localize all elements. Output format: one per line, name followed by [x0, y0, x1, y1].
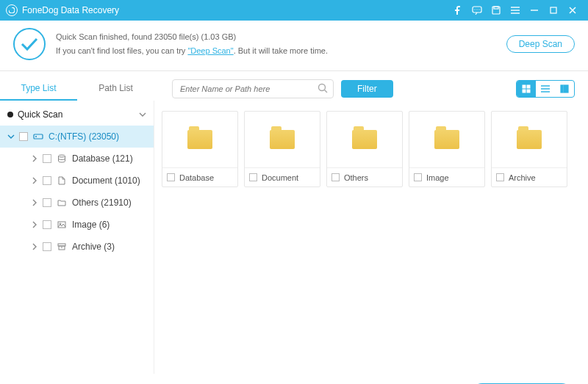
svg-point-1	[474, 9, 475, 10]
svg-rect-22	[561, 85, 563, 93]
checkbox[interactable]	[43, 154, 51, 163]
folder-card[interactable]: Database	[162, 111, 238, 187]
footer: Back Recover	[0, 374, 588, 384]
list-tabs: Type List Path List	[0, 77, 154, 101]
scan-result-line: Quick Scan finished, found 23050 file(s)…	[56, 30, 328, 44]
database-icon	[56, 154, 68, 163]
folder-label: Others	[344, 173, 368, 182]
checkbox[interactable]	[249, 173, 257, 181]
checkbox[interactable]	[19, 132, 28, 141]
chevron-right-icon[interactable]	[31, 221, 38, 228]
bullet-icon	[7, 112, 13, 117]
chevron-right-icon[interactable]	[31, 177, 38, 184]
tree-drive-label: C:(NTFS) (23050)	[49, 131, 119, 142]
tree-drive[interactable]: C:(NTFS) (23050)	[0, 126, 154, 148]
minimize-button[interactable]	[525, 0, 544, 21]
folder-label: Image	[426, 173, 449, 182]
search-icon[interactable]	[318, 83, 328, 95]
logo-icon	[6, 4, 18, 16]
deep-scan-link[interactable]: "Deep Scan"	[187, 46, 233, 55]
tree-item[interactable]: Image (6)	[0, 214, 154, 236]
chevron-right-icon[interactable]	[31, 155, 38, 162]
tree-root[interactable]: Quick Scan	[0, 104, 154, 126]
maximize-button[interactable]	[544, 0, 563, 21]
svg-rect-15	[523, 85, 526, 88]
checkbox[interactable]	[167, 173, 175, 181]
folder-card[interactable]: Others	[326, 111, 403, 187]
tab-type-list[interactable]: Type List	[0, 77, 77, 101]
tree-item-label: Document (1010)	[72, 175, 140, 186]
checkbox[interactable]	[331, 173, 340, 181]
checkbox[interactable]	[414, 173, 422, 181]
chevron-down-icon[interactable]	[139, 112, 146, 117]
svg-point-26	[59, 155, 65, 157]
checkbox[interactable]	[43, 176, 51, 185]
view-detail-button[interactable]	[555, 81, 574, 97]
checkbox[interactable]	[43, 242, 51, 251]
folder-label: Archive	[509, 173, 536, 182]
svg-rect-27	[58, 222, 65, 228]
search-box	[172, 79, 334, 98]
folder-card[interactable]: Document	[244, 111, 320, 187]
scan-summary: Quick Scan finished, found 23050 file(s)…	[0, 21, 588, 71]
hint-prefix: If you can't find lost files, you can tr…	[56, 46, 187, 55]
app-logo: FoneDog Data Recovery	[6, 4, 119, 16]
svg-line-14	[325, 90, 328, 93]
svg-point-3	[478, 9, 479, 10]
svg-rect-23	[564, 85, 568, 93]
tree-item[interactable]: Database (121)	[0, 148, 154, 170]
tab-path-list[interactable]: Path List	[77, 77, 154, 101]
deep-scan-button[interactable]: Deep Scan	[506, 35, 575, 53]
folder-card[interactable]: Image	[409, 111, 485, 187]
tree-item-label: Image (6)	[72, 220, 110, 230]
disk-icon	[32, 132, 44, 141]
view-list-button[interactable]	[536, 81, 555, 97]
checkmark-icon	[13, 28, 46, 60]
image-icon	[56, 221, 68, 228]
filter-button[interactable]: Filter	[341, 80, 393, 98]
svg-rect-16	[527, 85, 530, 88]
folder-icon	[270, 130, 295, 149]
svg-point-13	[319, 84, 326, 91]
checkbox[interactable]	[496, 173, 504, 181]
folder-card[interactable]: Archive	[491, 111, 567, 187]
view-toggle	[516, 80, 575, 98]
svg-point-25	[35, 136, 37, 137]
close-button[interactable]	[563, 0, 582, 21]
svg-point-2	[476, 9, 477, 10]
search-input[interactable]	[172, 79, 334, 98]
feedback-icon[interactable]	[467, 0, 487, 21]
folder-icon	[434, 130, 459, 149]
document-icon	[56, 176, 68, 185]
svg-rect-5	[494, 7, 498, 9]
tree-item[interactable]: Others (21910)	[0, 192, 154, 214]
view-grid-button[interactable]	[517, 81, 536, 97]
facebook-icon[interactable]	[448, 0, 467, 21]
save-icon[interactable]	[487, 0, 506, 21]
hint-suffix: . But it will take more time.	[234, 46, 328, 55]
svg-rect-24	[34, 134, 43, 139]
svg-rect-18	[527, 90, 530, 93]
checkbox[interactable]	[43, 220, 51, 229]
folder-label: Database	[179, 173, 214, 182]
folder-icon	[517, 130, 542, 149]
content: Quick Scan C:(NTFS) (23050) Database (12…	[0, 101, 588, 374]
app-title: FoneDog Data Recovery	[22, 5, 119, 15]
svg-rect-17	[523, 90, 526, 93]
tree-item-label: Database (121)	[72, 153, 133, 164]
chevron-right-icon[interactable]	[31, 199, 38, 206]
tree-item-label: Archive (3)	[72, 242, 115, 252]
folder-icon	[56, 199, 68, 206]
sidebar-tree: Quick Scan C:(NTFS) (23050) Database (12…	[0, 101, 154, 374]
tree-item[interactable]: Archive (3)	[0, 236, 154, 258]
titlebar: FoneDog Data Recovery	[0, 0, 588, 21]
tree-item[interactable]: Document (1010)	[0, 170, 154, 192]
chevron-down-icon[interactable]	[7, 134, 15, 139]
menu-icon[interactable]	[506, 0, 525, 21]
folder-grid: Database Document Others Image Archive	[154, 101, 588, 374]
archive-icon	[56, 243, 68, 250]
folder-icon	[187, 130, 212, 149]
svg-rect-10	[551, 7, 556, 13]
checkbox[interactable]	[43, 198, 51, 207]
chevron-right-icon[interactable]	[31, 243, 38, 250]
